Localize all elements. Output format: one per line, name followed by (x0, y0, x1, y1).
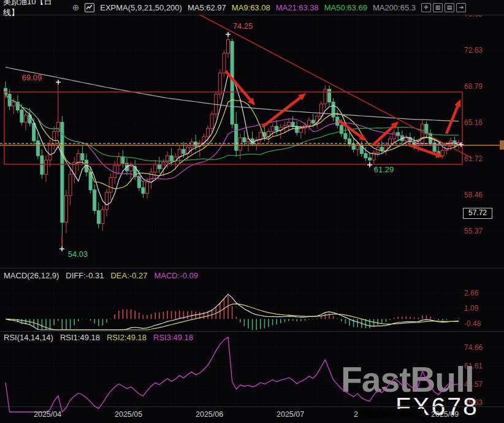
toolbar: ✛ ▥ ▤ ⇥ (421, 3, 466, 12)
svg-text:61.29: 61.29 (374, 165, 394, 174)
ma21-value: MA21:63.38 (276, 3, 319, 12)
crosshair-price-box: 57.72 (463, 208, 492, 219)
x-axis-label-may: 2025/05 (115, 410, 142, 419)
rsi-header: RSI(14,14,14) RSI1:49.18 RSI2:49.18 RSI3… (4, 333, 193, 342)
macd-header: MACD(26,12,9) DIFF:-0.31 DEA:-0.27 MACD:… (4, 271, 198, 280)
crosshair-icon[interactable]: ✛ (421, 3, 431, 12)
x-axis-label-jun: 2025/06 (196, 410, 223, 419)
candles (4, 36, 460, 248)
indicator-name: EXPMA(5,9,21,50,200) (100, 3, 182, 12)
clipped-price-tag (500, 140, 504, 150)
macd-dea-value: DEA:-0.27 (110, 271, 147, 280)
indicator-window-icon[interactable]: ▥ (433, 3, 443, 12)
x-axis-label-jul: 2025/07 (277, 410, 304, 419)
exit-icon[interactable]: ⇥ (456, 3, 466, 12)
chart-header: 美原油10【日线】 ⊕ EXPMA(5,9,21,50,200) MA5:62.… (0, 0, 504, 15)
svg-text:74.25: 74.25 (233, 21, 253, 31)
svg-text:54.03: 54.03 (68, 250, 88, 259)
candlestick-chart-icon[interactable] (85, 3, 94, 12)
macd-indicator-label: MACD(26,12,9) (4, 271, 59, 280)
main-chart-canvas[interactable]: 74.2569.0954.0361.29 (0, 0, 504, 423)
svg-text:69.09: 69.09 (22, 73, 42, 82)
x-axis-label-sep: 2025/09 (431, 410, 459, 419)
rsi1-value: RSI1:49.18 (60, 333, 100, 342)
rsi2-value: RSI2:49.18 (107, 333, 147, 342)
crosshair-date-label: 2025/08/04 星期一 (358, 409, 424, 419)
macd-macd-value: MACD:-0.09 (154, 271, 198, 280)
ma9-value: MA9:63.08 (232, 3, 270, 12)
macd-diff-value: DIFF:-0.31 (66, 271, 104, 280)
ma50-value: MA50:63.69 (324, 3, 367, 12)
instrument-title: 美原油10【日线】 (3, 0, 67, 18)
x-axis-label-apr: 2025/04 (34, 410, 61, 419)
rsi-indicator-label: RSI(14,14,14) (4, 333, 53, 342)
add-favorite-icon[interactable]: ⊕ (72, 2, 80, 12)
rsi3-value: RSI3:49.18 (153, 333, 193, 342)
chart-style-icon[interactable]: ▤ (445, 3, 454, 12)
macd-histogram (6, 295, 459, 330)
ma200-value: MA200:65.3 (373, 3, 416, 12)
zigzag-icon (86, 5, 93, 10)
trading-app: 76.6872.6368.7965.1661.7258.4655.372.661… (0, 0, 504, 423)
ma5-value: MA5:62.97 (188, 3, 226, 12)
instrument-name: 美原油10 (3, 0, 36, 6)
